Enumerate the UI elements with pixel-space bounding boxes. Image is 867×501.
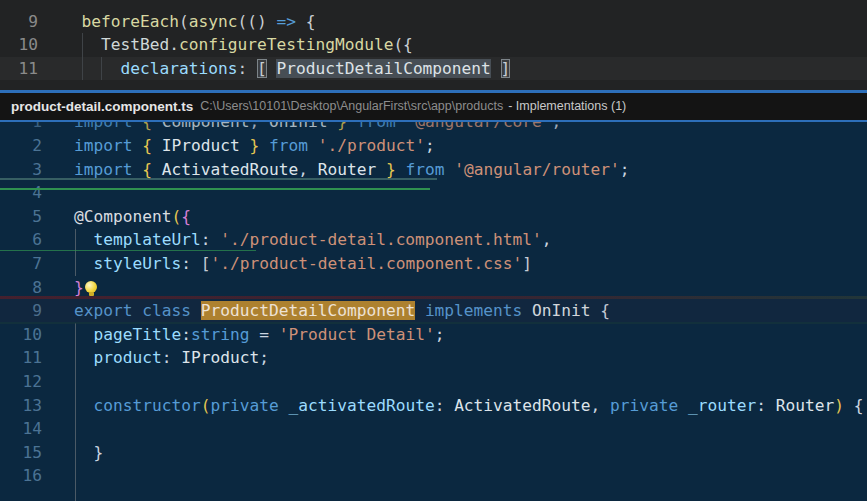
reference-range-highlight bbox=[0, 299, 867, 322]
code-line-11[interactable]: 11 declarations: [ ProductDetailComponen… bbox=[0, 57, 867, 81]
line-number: 16 bbox=[0, 464, 42, 488]
reference-range-border bbox=[0, 322, 867, 324]
code-line-10[interactable]: 10 pageTitle:string = 'Product Detail'; bbox=[0, 323, 867, 347]
line-number: 6 bbox=[0, 228, 42, 252]
line-number: 14 bbox=[0, 417, 42, 441]
code-line-9[interactable]: 9 beforeEach(async(() => { bbox=[0, 10, 867, 34]
code-line-15[interactable]: 15 } bbox=[0, 441, 867, 465]
indent-guide bbox=[75, 229, 76, 276]
vscode-editor-window: 9 beforeEach(async(() => {10 TestBed.con… bbox=[0, 0, 867, 501]
code-text: TestBed.configureTestingModule({ bbox=[62, 33, 413, 57]
code-line-5[interactable]: 5@Component({ bbox=[0, 205, 867, 229]
top-editor-code: 9 beforeEach(async(() => {10 TestBed.con… bbox=[0, 10, 867, 81]
indent-guide bbox=[82, 33, 83, 80]
line-number: 15 bbox=[0, 441, 42, 465]
code-text: import { IProduct } from './product'; bbox=[74, 134, 435, 158]
code-text: templateUrl: './product-detail.component… bbox=[74, 228, 552, 252]
line-number: 4 bbox=[0, 181, 42, 205]
code-text: import { Component, OnInit } from '@angu… bbox=[74, 122, 561, 134]
peek-result-label: - Implementations (1) bbox=[508, 99, 626, 113]
code-line-10[interactable]: 10 TestBed.configureTestingModule({ bbox=[0, 33, 867, 57]
line-number: 5 bbox=[0, 205, 42, 229]
top-editor[interactable]: 9 beforeEach(async(() => {10 TestBed.con… bbox=[0, 0, 867, 90]
peek-title-bar[interactable]: product-detail.component.ts C:\Users\101… bbox=[0, 93, 867, 120]
code-text: constructor(private _activatedRoute: Act… bbox=[74, 394, 864, 418]
line-number: 1 bbox=[0, 122, 42, 134]
line-number: 9 bbox=[0, 10, 38, 34]
code-text: declarations: [ ProductDetailComponent ] bbox=[62, 57, 510, 81]
code-line-2[interactable]: 2import { IProduct } from './product'; bbox=[0, 134, 867, 158]
code-line-14[interactable]: 14 bbox=[0, 417, 867, 441]
decoration-underline bbox=[0, 178, 437, 180]
peek-filepath: C:\Users\10101\Desktop\AngularFirst\src\… bbox=[200, 99, 503, 113]
code-line-16[interactable]: 16 bbox=[0, 464, 867, 488]
code-line-4[interactable]: 4 bbox=[0, 181, 867, 205]
line-number: 7 bbox=[0, 252, 42, 276]
line-number: 10 bbox=[0, 323, 42, 347]
code-line-12[interactable]: 12 bbox=[0, 370, 867, 394]
line-number: 11 bbox=[0, 346, 42, 370]
code-text: pageTitle:string = 'Product Detail'; bbox=[74, 323, 444, 347]
code-text: } bbox=[74, 441, 103, 465]
peek-filename: product-detail.component.ts bbox=[11, 99, 193, 114]
line-number: 13 bbox=[0, 394, 42, 418]
peek-editor[interactable]: 1import { Component, OnInit } from '@ang… bbox=[0, 122, 867, 501]
code-line-1[interactable]: 1import { Component, OnInit } from '@ang… bbox=[0, 122, 867, 134]
decoration-underline bbox=[0, 250, 256, 252]
code-text: @Component({ bbox=[74, 205, 191, 229]
code-line-11[interactable]: 11 product: IProduct; bbox=[0, 346, 867, 370]
line-number: 2 bbox=[0, 134, 42, 158]
code-text: product: IProduct; bbox=[74, 346, 269, 370]
code-line-6[interactable]: 6 templateUrl: './product-detail.compone… bbox=[0, 228, 867, 252]
code-line-13[interactable]: 13 constructor(private _activatedRoute: … bbox=[0, 394, 867, 418]
indent-guide bbox=[75, 323, 76, 501]
code-line-7[interactable]: 7 styleUrls: ['./product-detail.componen… bbox=[0, 252, 867, 276]
code-text: beforeEach(async(() => { bbox=[62, 10, 315, 34]
line-number: 10 bbox=[0, 33, 38, 57]
line-number: 11 bbox=[0, 57, 38, 81]
indent-guide bbox=[101, 57, 102, 81]
code-text: styleUrls: ['./product-detail.component.… bbox=[74, 252, 532, 276]
decoration-underline bbox=[0, 188, 430, 190]
lightbulb-icon[interactable] bbox=[85, 281, 97, 293]
line-number: 12 bbox=[0, 370, 42, 394]
